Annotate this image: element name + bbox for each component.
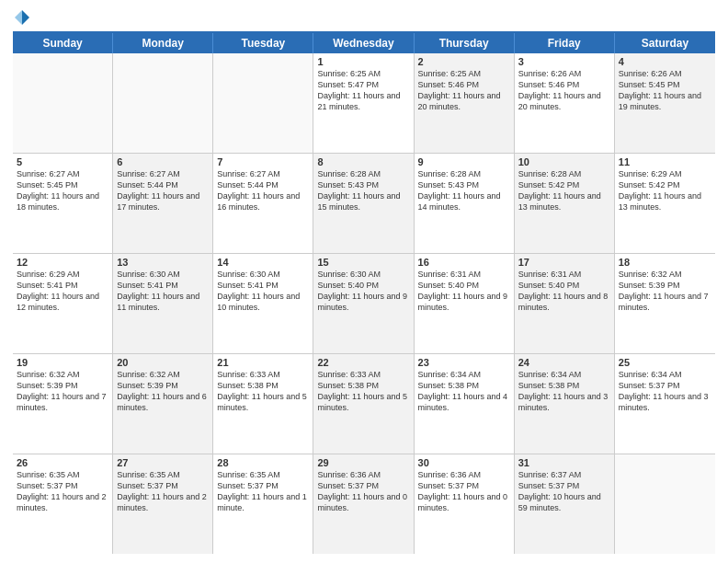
weekday-wednesday: Wednesday: [313, 33, 414, 53]
day-number: 24: [518, 357, 610, 368]
calendar-cell-5-5: 30Sunrise: 6:36 AM Sunset: 5:37 PM Dayli…: [415, 454, 515, 554]
calendar-row-5: 26Sunrise: 6:35 AM Sunset: 5:37 PM Dayli…: [13, 454, 715, 554]
calendar-cell-2-1: 5Sunrise: 6:27 AM Sunset: 5:45 PM Daylig…: [13, 154, 113, 253]
day-info: Sunrise: 6:30 AM Sunset: 5:41 PM Dayligh…: [217, 269, 309, 314]
day-info: Sunrise: 6:35 AM Sunset: 5:37 PM Dayligh…: [217, 469, 309, 514]
calendar-cell-5-4: 29Sunrise: 6:36 AM Sunset: 5:37 PM Dayli…: [313, 454, 414, 554]
calendar-cell-4-6: 24Sunrise: 6:34 AM Sunset: 5:38 PM Dayli…: [515, 354, 615, 454]
calendar-row-4: 19Sunrise: 6:32 AM Sunset: 5:39 PM Dayli…: [13, 354, 715, 454]
day-number: 10: [518, 156, 610, 167]
logo-flag-icon: [14, 9, 30, 26]
calendar-cell-1-3: [213, 53, 313, 153]
calendar-body: 1Sunrise: 6:25 AM Sunset: 5:47 PM Daylig…: [13, 53, 715, 554]
day-info: Sunrise: 6:31 AM Sunset: 5:40 PM Dayligh…: [418, 269, 510, 314]
day-info: Sunrise: 6:34 AM Sunset: 5:38 PM Dayligh…: [518, 369, 610, 414]
day-info: Sunrise: 6:32 AM Sunset: 5:39 PM Dayligh…: [17, 369, 108, 414]
day-number: 3: [518, 56, 610, 67]
calendar-cell-4-5: 23Sunrise: 6:34 AM Sunset: 5:38 PM Dayli…: [415, 354, 515, 454]
calendar-header: Sunday Monday Tuesday Wednesday Thursday…: [13, 31, 715, 53]
calendar-cell-5-7: [615, 454, 715, 554]
calendar-cell-2-7: 11Sunrise: 6:29 AM Sunset: 5:42 PM Dayli…: [615, 154, 715, 253]
day-number: 5: [17, 156, 108, 167]
day-number: 26: [17, 457, 108, 468]
day-number: 1: [317, 56, 409, 67]
day-number: 4: [619, 56, 711, 67]
day-info: Sunrise: 6:28 AM Sunset: 5:43 PM Dayligh…: [317, 168, 409, 213]
calendar-cell-2-5: 9Sunrise: 6:28 AM Sunset: 5:43 PM Daylig…: [415, 154, 515, 253]
calendar-cell-5-2: 27Sunrise: 6:35 AM Sunset: 5:37 PM Dayli…: [113, 454, 213, 554]
day-info: Sunrise: 6:34 AM Sunset: 5:37 PM Dayligh…: [619, 369, 711, 414]
day-info: Sunrise: 6:26 AM Sunset: 5:45 PM Dayligh…: [619, 68, 711, 113]
svg-marker-0: [22, 10, 29, 25]
day-info: Sunrise: 6:27 AM Sunset: 5:44 PM Dayligh…: [117, 168, 209, 213]
day-info: Sunrise: 6:35 AM Sunset: 5:37 PM Dayligh…: [117, 469, 209, 514]
day-info: Sunrise: 6:35 AM Sunset: 5:37 PM Dayligh…: [17, 469, 108, 514]
calendar-cell-2-4: 8Sunrise: 6:28 AM Sunset: 5:43 PM Daylig…: [313, 154, 414, 253]
calendar-cell-1-6: 3Sunrise: 6:26 AM Sunset: 5:46 PM Daylig…: [515, 53, 615, 153]
weekday-thursday: Thursday: [415, 33, 515, 53]
day-info: Sunrise: 6:25 AM Sunset: 5:46 PM Dayligh…: [418, 68, 510, 113]
calendar-row-3: 12Sunrise: 6:29 AM Sunset: 5:41 PM Dayli…: [13, 254, 715, 354]
day-info: Sunrise: 6:25 AM Sunset: 5:47 PM Dayligh…: [317, 68, 409, 113]
day-number: 27: [117, 457, 209, 468]
calendar-cell-3-5: 16Sunrise: 6:31 AM Sunset: 5:40 PM Dayli…: [415, 254, 515, 353]
weekday-sunday: Sunday: [13, 33, 113, 53]
header: [13, 9, 715, 26]
calendar-cell-3-1: 12Sunrise: 6:29 AM Sunset: 5:41 PM Dayli…: [13, 254, 113, 353]
calendar-row-1: 1Sunrise: 6:25 AM Sunset: 5:47 PM Daylig…: [13, 53, 715, 154]
day-info: Sunrise: 6:33 AM Sunset: 5:38 PM Dayligh…: [317, 369, 409, 414]
calendar-cell-4-3: 21Sunrise: 6:33 AM Sunset: 5:38 PM Dayli…: [213, 354, 313, 454]
calendar-cell-3-6: 17Sunrise: 6:31 AM Sunset: 5:40 PM Dayli…: [515, 254, 615, 353]
day-info: Sunrise: 6:32 AM Sunset: 5:39 PM Dayligh…: [117, 369, 209, 414]
page: Sunday Monday Tuesday Wednesday Thursday…: [0, 0, 728, 563]
day-info: Sunrise: 6:30 AM Sunset: 5:41 PM Dayligh…: [117, 269, 209, 314]
svg-marker-1: [15, 10, 22, 25]
day-number: 20: [117, 357, 209, 368]
calendar-cell-3-2: 13Sunrise: 6:30 AM Sunset: 5:41 PM Dayli…: [113, 254, 213, 353]
calendar-cell-1-2: [113, 53, 213, 153]
day-info: Sunrise: 6:28 AM Sunset: 5:42 PM Dayligh…: [518, 168, 610, 213]
day-number: 29: [317, 457, 409, 468]
day-number: 22: [317, 357, 409, 368]
day-info: Sunrise: 6:30 AM Sunset: 5:40 PM Dayligh…: [317, 269, 409, 314]
day-number: 8: [317, 156, 409, 167]
day-number: 16: [418, 257, 510, 268]
day-info: Sunrise: 6:28 AM Sunset: 5:43 PM Dayligh…: [418, 168, 510, 213]
day-number: 17: [518, 257, 610, 268]
calendar-cell-4-2: 20Sunrise: 6:32 AM Sunset: 5:39 PM Dayli…: [113, 354, 213, 454]
calendar-cell-4-7: 25Sunrise: 6:34 AM Sunset: 5:37 PM Dayli…: [615, 354, 715, 454]
day-number: 15: [317, 257, 409, 268]
weekday-monday: Monday: [113, 33, 213, 53]
day-number: 28: [217, 457, 309, 468]
calendar-row-2: 5Sunrise: 6:27 AM Sunset: 5:45 PM Daylig…: [13, 154, 715, 254]
calendar-cell-4-1: 19Sunrise: 6:32 AM Sunset: 5:39 PM Dayli…: [13, 354, 113, 454]
calendar-cell-5-1: 26Sunrise: 6:35 AM Sunset: 5:37 PM Dayli…: [13, 454, 113, 554]
calendar-cell-3-3: 14Sunrise: 6:30 AM Sunset: 5:41 PM Dayli…: [213, 254, 313, 353]
day-info: Sunrise: 6:31 AM Sunset: 5:40 PM Dayligh…: [518, 269, 610, 314]
calendar-cell-2-3: 7Sunrise: 6:27 AM Sunset: 5:44 PM Daylig…: [213, 154, 313, 253]
day-number: 12: [17, 257, 108, 268]
day-info: Sunrise: 6:37 AM Sunset: 5:37 PM Dayligh…: [518, 469, 610, 514]
day-info: Sunrise: 6:33 AM Sunset: 5:38 PM Dayligh…: [217, 369, 309, 414]
day-info: Sunrise: 6:29 AM Sunset: 5:41 PM Dayligh…: [17, 269, 108, 314]
day-number: 7: [217, 156, 309, 167]
weekday-saturday: Saturday: [615, 33, 715, 53]
day-info: Sunrise: 6:26 AM Sunset: 5:46 PM Dayligh…: [518, 68, 610, 113]
calendar-cell-5-6: 31Sunrise: 6:37 AM Sunset: 5:37 PM Dayli…: [515, 454, 615, 554]
logo: [13, 9, 31, 26]
day-info: Sunrise: 6:32 AM Sunset: 5:39 PM Dayligh…: [619, 269, 711, 314]
day-info: Sunrise: 6:36 AM Sunset: 5:37 PM Dayligh…: [418, 469, 510, 514]
day-number: 18: [619, 257, 711, 268]
calendar: Sunday Monday Tuesday Wednesday Thursday…: [13, 31, 715, 554]
calendar-cell-2-2: 6Sunrise: 6:27 AM Sunset: 5:44 PM Daylig…: [113, 154, 213, 253]
weekday-friday: Friday: [515, 33, 615, 53]
day-number: 21: [217, 357, 309, 368]
calendar-cell-5-3: 28Sunrise: 6:35 AM Sunset: 5:37 PM Dayli…: [213, 454, 313, 554]
calendar-cell-2-6: 10Sunrise: 6:28 AM Sunset: 5:42 PM Dayli…: [515, 154, 615, 253]
calendar-cell-1-7: 4Sunrise: 6:26 AM Sunset: 5:45 PM Daylig…: [615, 53, 715, 153]
day-info: Sunrise: 6:36 AM Sunset: 5:37 PM Dayligh…: [317, 469, 409, 514]
calendar-cell-4-4: 22Sunrise: 6:33 AM Sunset: 5:38 PM Dayli…: [313, 354, 414, 454]
day-number: 11: [619, 156, 711, 167]
day-info: Sunrise: 6:27 AM Sunset: 5:44 PM Dayligh…: [217, 168, 309, 213]
day-number: 13: [117, 257, 209, 268]
